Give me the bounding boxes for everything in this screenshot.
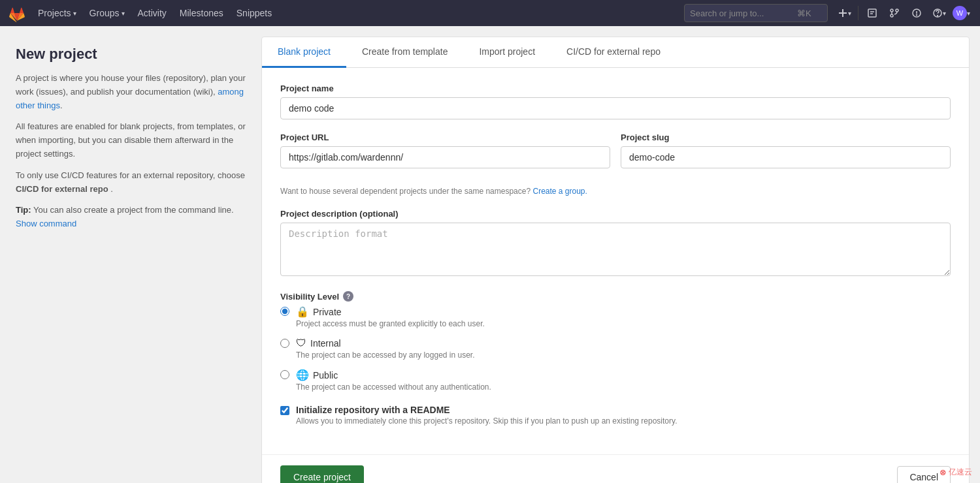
help-icon[interactable]: ▾ [928, 3, 949, 23]
project-name-group: Project name [280, 84, 951, 119]
desc-paragraph-1: A project is where you house your files … [16, 72, 246, 112]
project-tabs: Blank project Create from template Impor… [262, 37, 969, 68]
visibility-internal-title: Internal [310, 338, 341, 349]
visibility-public-option: 🌐 Public The project can be accessed wit… [280, 369, 951, 392]
project-url-input[interactable] [280, 146, 610, 168]
search-input[interactable] [690, 8, 794, 18]
shield-icon: 🛡 [296, 337, 306, 349]
visibility-label: Visibility Level [280, 292, 339, 302]
visibility-internal-desc: The project can be accessed by any logge… [296, 351, 475, 360]
svg-point-12 [937, 16, 938, 16]
visibility-group: Visibility Level ? 🔒 Private Project acc… [280, 291, 951, 392]
show-command-link[interactable]: Show command [16, 219, 76, 228]
url-slug-row: Project URL Project slug [280, 132, 951, 181]
right-panel: Blank project Create from template Impor… [261, 37, 970, 483]
project-slug-label: Project slug [621, 132, 951, 142]
tab-import-project[interactable]: Import project [463, 37, 551, 68]
search-bar[interactable]: ⌘K [684, 4, 828, 22]
merge-request-icon[interactable] [884, 3, 905, 23]
project-description-label: Project description (optional) [280, 209, 951, 219]
svg-rect-1 [839, 12, 847, 14]
nav-activity[interactable]: Activity [131, 0, 173, 26]
visibility-private-option: 🔒 Private Project access must be granted… [280, 305, 951, 328]
svg-point-6 [890, 14, 893, 17]
tab-cicd-external[interactable]: CI/CD for external repo [551, 37, 676, 68]
project-name-label: Project name [280, 84, 951, 93]
page-content: New project A project is where you house… [0, 26, 980, 483]
page-title: New project [16, 46, 246, 63]
left-panel: New project A project is where you house… [0, 26, 261, 483]
tab-create-from-template[interactable]: Create from template [346, 37, 464, 68]
readme-checkbox[interactable] [280, 406, 289, 415]
visibility-internal-option: 🛡 Internal The project can be accessed b… [280, 337, 951, 360]
watermark: ⊗ 亿速云 [939, 467, 972, 478]
tab-blank-project[interactable]: Blank project [262, 37, 346, 68]
svg-text:W: W [956, 9, 963, 17]
visibility-private-title: Private [313, 307, 342, 317]
readme-desc: Allows you to immediately clone this pro… [296, 416, 677, 426]
desc-paragraph-3: To only use CI/CD features for an extern… [16, 169, 246, 196]
project-slug-group: Project slug [621, 132, 951, 168]
project-description-input[interactable] [280, 223, 951, 276]
project-form: Project name Project URL Project slug Wa… [262, 68, 969, 454]
desc-paragraph-2: All features are enabled for blank proje… [16, 120, 246, 161]
create-group-link[interactable]: Create a group. [532, 187, 587, 196]
nav-milestones[interactable]: Milestones [173, 0, 230, 26]
form-footer: Create project Cancel [262, 454, 969, 483]
readme-checkbox-option: Initialize repository with a README Allo… [280, 405, 951, 426]
nav-divider [858, 6, 858, 20]
visibility-public-radio[interactable] [280, 370, 289, 379]
brand-logo[interactable] [8, 4, 26, 22]
navbar: Projects ▾ Groups ▾ Activity Milestones … [0, 0, 980, 26]
search-icon: ⌘K [797, 8, 811, 18]
nav-groups[interactable]: Groups ▾ [83, 0, 131, 26]
new-item-button[interactable]: ▾ [834, 3, 855, 23]
visibility-internal-radio[interactable] [280, 339, 289, 348]
nav-projects[interactable]: Projects ▾ [31, 0, 83, 26]
project-name-input[interactable] [280, 97, 951, 119]
svg-point-10 [917, 15, 917, 16]
visibility-header: Visibility Level ? [280, 291, 951, 302]
url-hint: Want to house several dependent projects… [280, 187, 951, 196]
visibility-public-title: Public [313, 370, 338, 381]
todo-icon[interactable] [862, 3, 883, 23]
nav-snippets[interactable]: Snippets [230, 0, 278, 26]
create-project-button[interactable]: Create project [280, 465, 364, 483]
svg-rect-2 [868, 9, 876, 17]
project-slug-input[interactable] [621, 146, 951, 168]
user-avatar[interactable]: W ▾ [951, 3, 972, 23]
visibility-private-desc: Project access must be granted explicitl… [296, 319, 485, 328]
project-url-group: Project URL [280, 132, 610, 168]
svg-point-7 [896, 9, 898, 12]
issues-icon[interactable] [906, 3, 927, 23]
readme-label: Initialize repository with a README [296, 405, 677, 415]
project-description-group: Project description (optional) [280, 209, 951, 278]
visibility-help-icon[interactable]: ? [343, 291, 353, 302]
tip-paragraph: Tip: You can also create a project from … [16, 204, 246, 231]
visibility-private-radio[interactable] [280, 307, 289, 316]
svg-point-5 [890, 9, 893, 12]
globe-icon: 🌐 [296, 369, 309, 381]
lock-icon: 🔒 [296, 305, 309, 318]
visibility-public-desc: The project can be accessed without any … [296, 382, 491, 392]
project-url-label: Project URL [280, 132, 610, 142]
